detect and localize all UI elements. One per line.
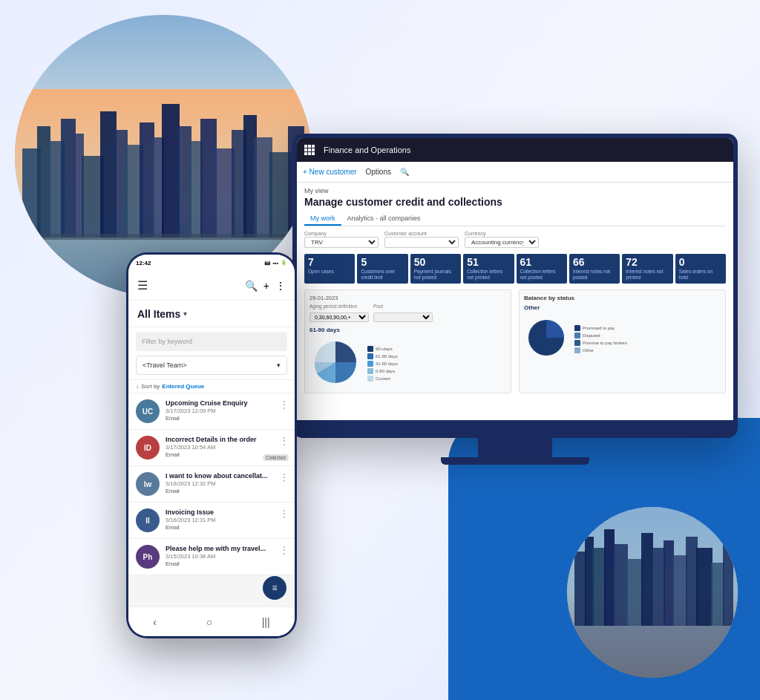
monitor-base bbox=[441, 457, 589, 465]
monitor-frame: Finance and Operations + New customer Op… bbox=[292, 134, 738, 438]
email-subject: Please help me with my travel... bbox=[166, 545, 287, 552]
page-title: Manage customer credit and collections bbox=[304, 196, 726, 208]
search-icon[interactable]: 🔍 bbox=[400, 168, 409, 176]
svg-rect-28 bbox=[574, 552, 586, 626]
svg-rect-32 bbox=[613, 544, 628, 626]
filter-by-keyword-input[interactable]: Filter by keyword bbox=[136, 332, 287, 351]
new-customer-button[interactable]: + New customer bbox=[303, 168, 357, 176]
more-icon[interactable]: ⋮ bbox=[280, 436, 289, 446]
email-body: Please help me with my travel... 3/15/20… bbox=[166, 545, 287, 567]
sort-field-link[interactable]: Entered Queue bbox=[162, 383, 204, 390]
camera-icon: 📷 bbox=[264, 260, 271, 266]
kpi-over-credit[interactable]: 5 Customers over credit limit bbox=[357, 254, 407, 284]
list-item[interactable]: ID Incorrect Details in the order 3/17/2… bbox=[128, 430, 295, 466]
chart-right-title: Other bbox=[524, 304, 721, 311]
filter-placeholder: Filter by keyword bbox=[142, 338, 192, 345]
recent-apps-button[interactable]: ||| bbox=[262, 616, 270, 628]
email-date: 3/16/2023 12:32 PM bbox=[166, 480, 287, 487]
more-icon[interactable]: ⋮ bbox=[280, 545, 289, 555]
svg-rect-23 bbox=[15, 234, 312, 240]
fo-tabs: My work Analytics - all companies bbox=[304, 212, 726, 226]
pool-select[interactable] bbox=[373, 313, 433, 322]
aging-period-select[interactable]: 0,30,60,90,00,+ bbox=[309, 313, 369, 322]
back-button[interactable]: ‹ bbox=[153, 616, 157, 628]
signal-icon: ▪▪▪ bbox=[273, 261, 278, 266]
email-body: I want to know about cancellat... 3/16/2… bbox=[166, 472, 287, 494]
phone-sort-bar: ↓ Sort by Entered Queue bbox=[128, 380, 295, 393]
email-date: 3/17/2023 12:09 PM bbox=[166, 408, 287, 414]
status-pie-chart: Promised to pay Disputed Promise to pay … bbox=[524, 315, 721, 360]
phone-bottom-nav: ‹ ○ ||| bbox=[128, 606, 295, 636]
svg-rect-39 bbox=[696, 548, 712, 626]
monitor-display: Finance and Operations + New customer Op… bbox=[297, 138, 733, 420]
list-item[interactable]: II Invoicing Issue 3/16/2023 12:31 PM Em… bbox=[128, 503, 295, 539]
fab-list-button[interactable]: ≡ bbox=[263, 576, 286, 600]
currency-filter: Currency Accounting currency bbox=[465, 231, 539, 248]
svg-rect-40 bbox=[711, 563, 724, 626]
status-chart-panel: Balance by status Other Promised to pay … bbox=[519, 290, 726, 393]
chevron-down-icon[interactable]: ▾ bbox=[183, 310, 187, 318]
hamburger-icon[interactable]: ☰ bbox=[137, 278, 148, 292]
phone-status-icons: 📷 ▪▪▪ 🔋 bbox=[264, 260, 287, 266]
company-filter: Company TRV bbox=[304, 231, 379, 248]
monitor-neck bbox=[478, 438, 552, 457]
fo-toolbar: + New customer Options 🔍 bbox=[297, 162, 733, 183]
team-select-value: <Travel Team> bbox=[142, 362, 187, 369]
svg-rect-30 bbox=[592, 548, 606, 626]
email-date: 3/16/2023 12:31 PM bbox=[166, 517, 287, 523]
email-type: Email bbox=[166, 488, 287, 494]
app-title: Finance and Operations bbox=[324, 145, 410, 154]
phone-search-icon[interactable]: 🔍 bbox=[245, 280, 258, 292]
kpi-interest-posted[interactable]: 66 Interest notes not posted bbox=[569, 254, 620, 284]
all-items-bar: All Items ▾ bbox=[128, 301, 295, 327]
aging-filter-group: Aging period definition 0,30,60,90,00,+ bbox=[309, 304, 369, 322]
aging-filter-label: Aging period definition bbox=[309, 304, 369, 309]
svg-rect-38 bbox=[686, 537, 698, 626]
battery-icon: 🔋 bbox=[281, 260, 287, 266]
phone-more-icon[interactable]: ⋮ bbox=[275, 280, 286, 292]
phone-filter-bar: Filter by keyword <Travel Team> ▾ bbox=[128, 327, 295, 380]
more-icon[interactable]: ⋮ bbox=[280, 472, 289, 483]
list-item[interactable]: lw I want to know about cancellat... 3/1… bbox=[128, 466, 295, 503]
status-pie-legend: Promised to pay Disputed Promise to pay … bbox=[574, 325, 627, 353]
fo-main-content: My view Manage customer credit and colle… bbox=[297, 183, 733, 398]
status-chart-label: Balance by status bbox=[524, 295, 721, 301]
more-icon[interactable]: ⋮ bbox=[280, 399, 289, 410]
more-icon[interactable]: ⋮ bbox=[280, 508, 289, 519]
chart-date: 29-01-2023 bbox=[309, 295, 506, 301]
charts-row: 29-01-2023 Aging period definition 0,30,… bbox=[304, 290, 726, 393]
phone-time: 12:42 bbox=[136, 260, 151, 266]
team-select-dropdown[interactable]: <Travel Team> ▾ bbox=[136, 356, 287, 375]
fo-filters-row: Company TRV Customer account Currency bbox=[304, 231, 726, 248]
customer-account-select[interactable] bbox=[384, 237, 459, 248]
svg-rect-36 bbox=[664, 540, 674, 626]
email-subject: Upcoming Cruise Enquiry bbox=[166, 399, 287, 407]
kpi-collection-letters-posted[interactable]: 61 Collection letters not posted bbox=[517, 254, 567, 284]
phone-status-bar: 12:42 📷 ▪▪▪ 🔋 bbox=[128, 255, 295, 271]
tab-analytics[interactable]: Analytics - all companies bbox=[341, 212, 427, 226]
waffle-icon[interactable] bbox=[304, 145, 315, 155]
list-item[interactable]: UC Upcoming Cruise Enquiry 3/17/2023 12:… bbox=[128, 393, 295, 430]
avatar: UC bbox=[136, 399, 160, 423]
kpi-sales-hold[interactable]: 0 Sales orders on hold bbox=[675, 254, 726, 284]
currency-select[interactable]: Accounting currency bbox=[465, 237, 539, 248]
avatar: Ph bbox=[136, 545, 160, 569]
kpi-interest-printed[interactable]: 72 Interest notes not printed bbox=[622, 254, 672, 284]
email-type: Email bbox=[166, 415, 287, 422]
avatar: II bbox=[136, 508, 160, 532]
pool-filter-label: Pool bbox=[373, 304, 433, 309]
company-select[interactable]: TRV bbox=[304, 237, 379, 248]
email-subject: Incorrect Details in the order bbox=[166, 436, 287, 443]
options-button[interactable]: Options bbox=[366, 168, 391, 176]
pool-filter-group: Pool bbox=[373, 304, 433, 322]
tab-my-work[interactable]: My work bbox=[304, 212, 341, 226]
sort-by-label: Sort by bbox=[141, 383, 160, 390]
phone-add-icon[interactable]: + bbox=[263, 280, 269, 292]
kpi-collection-letters-printed[interactable]: 51 Collection letters not printed bbox=[463, 254, 514, 284]
svg-rect-37 bbox=[672, 555, 687, 626]
kpi-payment-journals[interactable]: 50 Payment journals not posted bbox=[410, 254, 461, 284]
list-item[interactable]: Ph Please help me with my travel... 3/15… bbox=[128, 539, 295, 575]
home-button[interactable]: ○ bbox=[206, 616, 212, 628]
kpi-open-cases[interactable]: 7 Open cases bbox=[304, 254, 355, 284]
svg-rect-31 bbox=[604, 529, 615, 626]
